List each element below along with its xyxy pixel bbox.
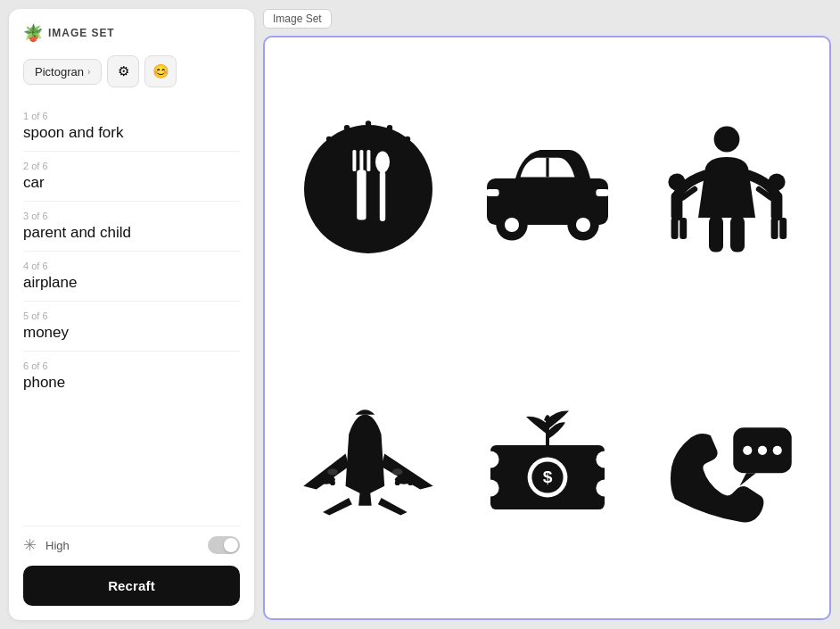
quality-label: High bbox=[45, 539, 199, 552]
item-label: money bbox=[23, 324, 240, 342]
svg-rect-3 bbox=[366, 150, 370, 171]
svg-point-22 bbox=[713, 127, 739, 153]
svg-point-38 bbox=[391, 468, 402, 475]
list-item[interactable]: 6 of 6 phone bbox=[23, 352, 240, 401]
svg-point-19 bbox=[576, 218, 590, 232]
list-item[interactable]: 2 of 6 car bbox=[23, 152, 240, 202]
item-list: 1 of 6 spoon and fork 2 of 6 car 3 of 6 … bbox=[23, 102, 240, 513]
chevron-right-icon: › bbox=[87, 67, 90, 77]
item-label: phone bbox=[23, 374, 240, 392]
svg-point-47 bbox=[596, 479, 613, 496]
quality-toggle[interactable] bbox=[208, 536, 240, 554]
svg-point-42 bbox=[408, 480, 413, 485]
svg-rect-27 bbox=[671, 218, 678, 239]
svg-point-40 bbox=[330, 480, 335, 485]
svg-point-55 bbox=[772, 445, 781, 454]
svg-rect-33 bbox=[779, 218, 786, 239]
svg-point-41 bbox=[394, 480, 399, 485]
svg-rect-2 bbox=[359, 150, 363, 171]
svg-point-36 bbox=[327, 468, 338, 475]
item-index: 5 of 6 bbox=[23, 310, 240, 321]
plant-icon: 🪴 bbox=[23, 23, 43, 43]
svg-point-44 bbox=[482, 451, 498, 468]
svg-rect-21 bbox=[486, 189, 498, 196]
svg-point-30 bbox=[768, 174, 785, 191]
svg-point-8 bbox=[386, 125, 391, 130]
svg-point-9 bbox=[404, 137, 409, 142]
quality-row: ✳ High bbox=[23, 526, 240, 555]
item-index: 1 of 6 bbox=[23, 111, 240, 121]
breadcrumb-top: Image Set bbox=[263, 9, 831, 29]
svg-point-25 bbox=[668, 174, 685, 191]
item-label: airplane bbox=[23, 274, 240, 292]
item-index: 2 of 6 bbox=[23, 161, 240, 171]
svg-rect-28 bbox=[679, 218, 687, 239]
canvas-area: $ bbox=[263, 36, 831, 620]
main-content: Image Set bbox=[263, 0, 840, 629]
airplane-icon bbox=[297, 395, 440, 538]
car-icon bbox=[476, 118, 619, 261]
svg-rect-1 bbox=[352, 150, 356, 171]
svg-point-53 bbox=[743, 445, 752, 454]
item-index: 3 of 6 bbox=[23, 211, 240, 221]
list-item[interactable]: 4 of 6 airplane bbox=[23, 252, 240, 302]
icon-cell-money: $ bbox=[462, 333, 632, 601]
sidebar-header: 🪴 IMAGE SET bbox=[23, 23, 240, 43]
svg-point-11 bbox=[325, 137, 331, 142]
svg-rect-32 bbox=[770, 218, 778, 239]
breadcrumb-label: Pictogran bbox=[35, 65, 84, 79]
filter-icon: ⚙ bbox=[118, 63, 129, 79]
phone-icon bbox=[655, 395, 798, 538]
style-button[interactable]: 😊 bbox=[144, 55, 177, 87]
style-icon: 😊 bbox=[152, 63, 169, 79]
recraft-button[interactable]: Recraft bbox=[23, 566, 240, 606]
svg-point-0 bbox=[304, 125, 432, 253]
money-icon: $ bbox=[476, 395, 619, 538]
item-label: spoon and fork bbox=[23, 124, 240, 142]
svg-rect-14 bbox=[590, 196, 608, 211]
svg-point-10 bbox=[343, 125, 349, 130]
svg-point-54 bbox=[757, 445, 766, 454]
item-index: 6 of 6 bbox=[23, 360, 240, 371]
svg-rect-24 bbox=[730, 217, 745, 252]
icon-cell-car bbox=[462, 55, 632, 324]
icon-cell-spoon-fork bbox=[283, 55, 453, 324]
filter-button[interactable]: ⚙ bbox=[107, 55, 139, 87]
spoon-and-fork-icon bbox=[297, 118, 440, 261]
svg-text:$: $ bbox=[542, 467, 552, 485]
svg-point-39 bbox=[317, 480, 322, 485]
svg-rect-15 bbox=[487, 196, 505, 211]
svg-point-45 bbox=[482, 479, 498, 496]
list-item[interactable]: 1 of 6 spoon and fork bbox=[23, 102, 240, 152]
quality-dots-icon: ✳ bbox=[23, 535, 37, 555]
sidebar-title: IMAGE SET bbox=[48, 27, 115, 39]
image-set-breadcrumb[interactable]: Image Set bbox=[263, 9, 332, 29]
icon-cell-airplane bbox=[283, 333, 453, 601]
sidebar: 🪴 IMAGE SET Pictogran › ⚙ 😊 1 of 6 spoon… bbox=[9, 9, 254, 620]
svg-point-46 bbox=[596, 451, 613, 468]
parent-and-child-icon bbox=[655, 118, 798, 261]
svg-rect-4 bbox=[357, 170, 366, 220]
item-label: parent and child bbox=[23, 224, 240, 242]
icon-cell-parent-child bbox=[641, 55, 811, 324]
svg-rect-20 bbox=[596, 189, 608, 196]
item-label: car bbox=[23, 174, 240, 192]
breadcrumb-row: Pictogran › ⚙ 😊 bbox=[23, 55, 240, 87]
svg-point-17 bbox=[505, 218, 519, 232]
svg-point-5 bbox=[375, 152, 390, 173]
svg-rect-6 bbox=[379, 171, 384, 221]
svg-rect-23 bbox=[709, 217, 723, 252]
breadcrumb-pill[interactable]: Pictogran › bbox=[23, 59, 102, 85]
list-item[interactable]: 3 of 6 parent and child bbox=[23, 202, 240, 252]
list-item[interactable]: 5 of 6 money bbox=[23, 302, 240, 352]
item-index: 4 of 6 bbox=[23, 261, 240, 271]
svg-point-7 bbox=[365, 120, 370, 126]
icon-cell-phone bbox=[641, 333, 811, 601]
